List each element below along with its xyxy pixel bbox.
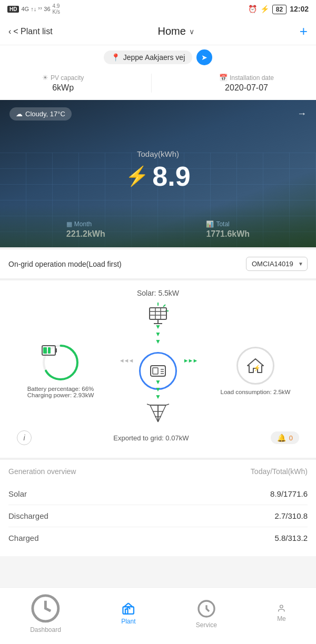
location-bar: 📍 Jeppe Aakjaers vej ➤ [0,45,316,69]
network-info: 4G ↑↓ ᵌᵌ 36 [21,6,50,13]
operation-mode-label: On-grid operation mode(Load first) [8,260,122,268]
battery-info: Battery percentage: 66% Charging power: … [27,386,94,398]
speed-info: 4.9K/s [53,3,60,15]
svg-rect-14 [43,347,47,354]
nav-item-dashboard[interactable]: Dashboard [30,593,61,633]
grid-export-label: Exported to grid: 0.07kW [113,434,189,442]
plant-info: ☀ PV capacity 6kWp 📅 Installation date 2… [0,69,316,100]
svg-rect-13 [55,348,57,353]
svg-rect-33 [125,609,128,614]
load-info: Load consumption: 2.5kW [221,389,291,395]
gen-row: Discharged 2.7/310.8 [8,505,308,527]
gen-row-value: 2.7/310.8 [274,511,308,520]
inverter-home-arrows: ►►► [177,357,203,364]
solar-card: ☁ Cloudy, 17°C → Today(kWh) ⚡ 8.9 ▦ Mont… [0,100,316,247]
svg-line-25 [150,405,158,422]
svg-rect-15 [48,347,51,354]
gen-row: Charged 5.8/313.2 [8,527,308,549]
status-left: HD 4G ↑↓ ᵌᵌ 36 4.9K/s [7,3,60,15]
alarm-icon: ⏰ [248,5,257,13]
battery-percentage-label: Battery percentage: 66% [27,386,94,392]
service-icon [196,598,217,619]
svg-line-26 [158,405,166,422]
pv-capacity-value: 6kWp [52,83,74,93]
gen-row-label: Solar [8,489,27,498]
gen-title: Generation overview [8,467,76,476]
svg-line-30 [166,404,169,405]
divider [151,74,152,93]
solar-card-header: ☁ Cloudy, 17°C → [0,100,316,120]
battery-inverter-arrows: ◄◄◄ [113,357,139,364]
hd-badge: HD [7,6,19,13]
energy-bottom-row: i Exported to grid: 0.07kW 🔔 0 [8,426,308,449]
battery-icon-inner [42,344,80,381]
energy-flow-section: Solar: 5.5kW ▼ ▼ ▼ [0,278,316,458]
battery-section: Battery percentage: 66% Charging power: … [8,344,113,398]
alert-bell-icon: 🔔 [277,434,286,442]
svg-point-36 [280,605,283,608]
solar-card-arrow[interactable]: → [297,108,307,119]
grid-tower-icon [146,400,170,424]
weather-badge: ☁ Cloudy, 17°C [9,107,72,120]
location-pin-icon: 📍 [111,53,120,62]
operation-mode-row: On-grid operation mode(Load first) OMCIA… [0,247,316,278]
plant-icon [121,601,135,616]
pv-capacity-item: ☀ PV capacity 6kWp [42,74,84,93]
back-button[interactable]: ‹ < Plant list [8,27,53,36]
location-pill[interactable]: 📍 Jeppe Aakjaers vej [104,51,193,64]
info-button[interactable]: i [17,430,32,445]
svg-rect-3 [150,308,166,319]
gen-row: Solar 8.9/1771.6 [8,483,308,505]
alert-count: 0 [289,434,293,442]
solar-to-inverter-arrow: ▼ ▼ ▼ [8,325,308,344]
gen-header: Generation overview Today/Total(kWh) [8,467,308,476]
nav-label-service: Service [196,621,217,629]
home-icon-wrap: ⚡ [236,347,274,385]
device-selector[interactable]: OMCIA14019 [246,257,308,271]
svg-rect-17 [153,368,158,374]
home-icon: ⚡ [246,356,265,375]
battery-level: 82 [272,5,287,13]
gen-row-label: Charged [8,534,39,542]
clock-time: 12:02 [290,5,309,13]
pv-capacity-label: ☀ PV capacity [42,74,84,82]
add-button[interactable]: + [300,23,308,39]
alert-badge[interactable]: 🔔 0 [271,431,299,444]
generation-overview-section: Generation overview Today/Total(kWh) Sol… [0,458,316,556]
svg-line-1 [163,305,165,307]
pv-icon: ☀ [42,74,48,82]
battery-body-icon [42,344,57,357]
nav-label-dashboard: Dashboard [30,626,61,633]
back-chevron-icon: ‹ [8,27,11,36]
gen-row-label: Discharged [8,511,48,520]
inverter-icon [149,361,167,380]
gen-row-value: 5.8/313.2 [274,534,308,542]
install-date-value: 2020-07-07 [225,83,268,93]
nav-item-me[interactable]: Me [277,604,286,622]
status-bar: HD 4G ↑↓ ᵌᵌ 36 4.9K/s ⏰ ⚡ 82 12:02 [0,0,316,18]
location-nav-icon[interactable]: ➤ [196,49,212,65]
gen-row-value: 8.9/1771.6 [270,489,308,498]
nav-item-plant[interactable]: Plant [121,601,135,625]
solar-panel-icon [145,301,171,325]
weather-text: Cloudy, 17°C [25,110,65,118]
solar-flow-label: Solar: 5.5kW [8,289,308,297]
device-selector-wrap[interactable]: OMCIA14019 [246,257,308,271]
back-label[interactable]: < Plant list [13,27,52,36]
bluetooth-icon: ⚡ [260,5,269,13]
app-header: ‹ < Plant list Home ∨ + [0,18,316,45]
title-dropdown-icon[interactable]: ∨ [189,27,194,36]
install-date-label: 📅 Installation date [219,74,274,82]
gen-units: Today/Total(kWh) [251,467,308,476]
solar-icon-row [8,301,308,325]
nav-item-service[interactable]: Service [196,598,217,629]
nav-label-me: Me [277,615,286,622]
nav-label-plant: Plant [121,618,135,625]
page-title: Home ∨ [158,25,194,37]
install-date-item: 📅 Installation date 2020-07-07 [219,74,274,93]
status-right: ⏰ ⚡ 82 12:02 [248,5,309,13]
me-icon [277,604,286,613]
grid-tower-wrap [8,400,308,424]
battery-icon-wrap [42,344,80,381]
generation-rows: Solar 8.9/1771.6 Discharged 2.7/310.8 Ch… [8,483,308,549]
